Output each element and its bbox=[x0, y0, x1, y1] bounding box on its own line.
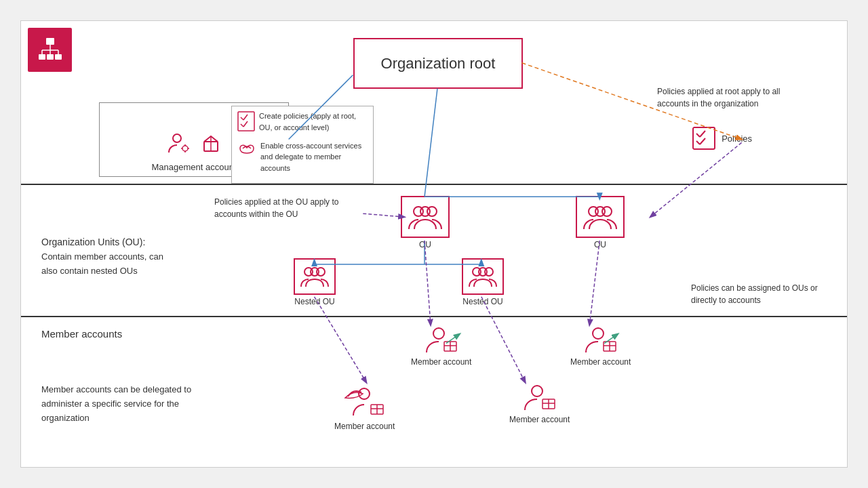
svg-line-21 bbox=[241, 124, 243, 127]
svg-line-22 bbox=[243, 121, 248, 127]
svg-point-33 bbox=[595, 207, 605, 216]
delegate-icon bbox=[237, 141, 256, 159]
feature-item-2: Enable cross-account services and delega… bbox=[237, 140, 368, 174]
org-root-label: Organization root bbox=[381, 55, 496, 73]
ou-bordered-right bbox=[576, 196, 625, 238]
svg-line-65 bbox=[425, 241, 431, 325]
svg-point-44 bbox=[593, 328, 604, 339]
package-icon bbox=[200, 132, 222, 154]
ou-icon-right: OU bbox=[576, 196, 625, 249]
ou-section-desc: Contain member accounts, can also contai… bbox=[41, 251, 163, 276]
policies-ou-annotation: Policies can be assigned to OUs or direc… bbox=[691, 282, 827, 306]
svg-line-71 bbox=[650, 142, 742, 217]
ou-icon-left: OU bbox=[401, 196, 450, 249]
svg-rect-0 bbox=[46, 38, 54, 45]
org-root-box: Organization root bbox=[353, 38, 523, 89]
svg-line-26 bbox=[696, 141, 700, 144]
svg-point-10 bbox=[182, 146, 188, 151]
ou-annotation: Policies applied at the OU apply to acco… bbox=[214, 196, 360, 220]
member-account-2: Member account bbox=[570, 325, 631, 367]
svg-line-19 bbox=[241, 117, 243, 120]
svg-line-57 bbox=[425, 89, 437, 197]
person-gear-icon bbox=[166, 129, 193, 157]
feature-box: Create policies (apply at root, OU, or a… bbox=[231, 106, 374, 184]
svg-line-24 bbox=[696, 134, 700, 137]
feature-item-1: Create policies (apply at root, OU, or a… bbox=[237, 110, 368, 135]
svg-rect-1 bbox=[39, 54, 45, 60]
svg-point-40 bbox=[433, 328, 444, 339]
svg-point-36 bbox=[311, 268, 319, 276]
nested-bordered-left bbox=[294, 258, 336, 295]
divider-1 bbox=[21, 184, 847, 185]
divider-2 bbox=[21, 316, 847, 317]
nested-ou-label-left: Nested OU bbox=[294, 297, 334, 306]
member-account-1: Member account bbox=[411, 325, 471, 367]
svg-rect-3 bbox=[55, 54, 62, 60]
member-section-title: Member accounts bbox=[41, 326, 218, 342]
svg-rect-2 bbox=[47, 54, 54, 60]
nested-ou-left: Nested OU bbox=[294, 258, 336, 306]
svg-line-67 bbox=[315, 297, 367, 383]
member-account-4: Member account bbox=[509, 383, 570, 424]
policies-label: Policies bbox=[722, 134, 752, 144]
member-account-label-1: Member account bbox=[411, 357, 471, 367]
member-account-label-3: Member account bbox=[334, 422, 395, 431]
policies-root-annotation: Policies applied at root apply to all ac… bbox=[657, 85, 806, 110]
svg-line-20 bbox=[243, 115, 248, 120]
svg-point-39 bbox=[479, 268, 487, 276]
member-account-3: Member account bbox=[334, 383, 395, 431]
ou-bordered-left bbox=[401, 196, 450, 238]
member-section-desc: Member accounts can be delegated to admi… bbox=[41, 384, 191, 423]
member-section-text: Member accounts Member accounts can be d… bbox=[41, 326, 218, 425]
svg-rect-18 bbox=[238, 112, 254, 131]
svg-line-60 bbox=[363, 214, 404, 217]
svg-line-25 bbox=[700, 131, 705, 137]
member-account-label-2: Member account bbox=[570, 357, 631, 367]
nested-bordered-right bbox=[462, 258, 504, 295]
svg-line-66 bbox=[589, 241, 599, 325]
svg-point-9 bbox=[173, 134, 181, 142]
svg-line-27 bbox=[700, 138, 705, 144]
svg-line-68 bbox=[481, 297, 526, 383]
nested-ou-right: Nested OU bbox=[462, 258, 504, 306]
ou-label-left: OU bbox=[419, 240, 431, 249]
mgmt-icons bbox=[166, 129, 222, 157]
member-account-label-4: Member account bbox=[509, 415, 570, 424]
svg-rect-23 bbox=[693, 127, 715, 149]
svg-point-52 bbox=[532, 386, 542, 396]
checklist-icon bbox=[237, 111, 255, 135]
nested-ou-label-right: Nested OU bbox=[462, 297, 502, 306]
ou-section-text: Organization Units (OU): Contain member … bbox=[41, 235, 177, 278]
svg-point-30 bbox=[420, 207, 430, 216]
svg-point-48 bbox=[359, 388, 370, 399]
policies-box: Policies bbox=[692, 126, 752, 150]
main-diagram: Organization root Management accoun bbox=[20, 20, 848, 468]
feature-text-1: Create policies (apply at root, OU, or a… bbox=[259, 110, 368, 133]
management-account-label: Management account bbox=[151, 162, 236, 172]
ou-section-title: Organization Units (OU): bbox=[41, 237, 145, 247]
aws-org-icon bbox=[28, 28, 72, 72]
policies-checklist-icon bbox=[692, 126, 716, 150]
feature-text-2: Enable cross-account services and delega… bbox=[260, 140, 368, 174]
ou-label-right: OU bbox=[594, 240, 606, 249]
